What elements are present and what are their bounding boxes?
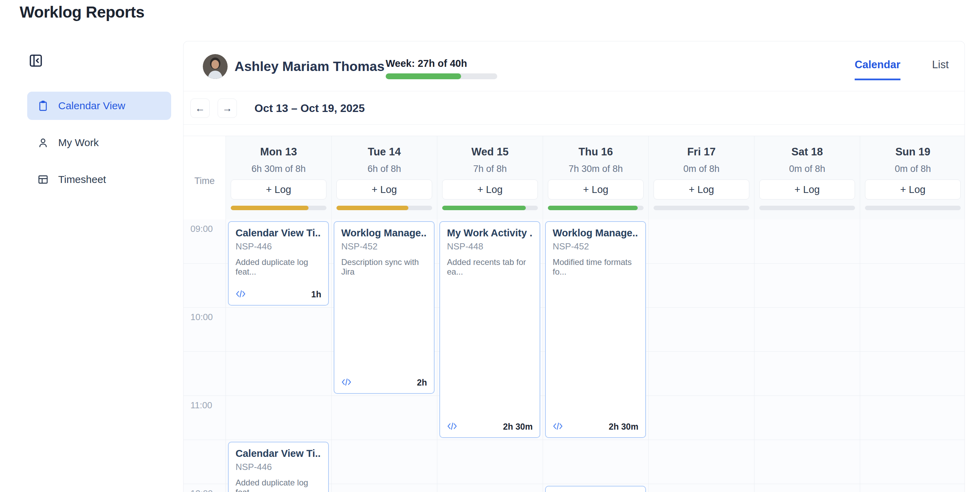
worklog-title: Calendar View Ti... <box>235 228 321 239</box>
day-hours-summary: 6h 30m of 8h <box>226 164 331 174</box>
week-navigation: ← → Oct 13 – Oct 19, 2025 <box>183 91 964 125</box>
worklog-description: Description sync with Jira <box>341 257 427 277</box>
log-time-button[interactable]: + Log <box>442 180 538 199</box>
sidebar-item-label: Calendar View <box>58 100 125 111</box>
day-column-header-sun-19: Sun 19 0m of 8h + Log <box>860 136 965 220</box>
issue-key: NSP-448 <box>447 241 533 252</box>
worklog-card[interactable]: Calendar View Ti... NSP-446 Added duplic… <box>228 221 329 306</box>
grid-cell <box>860 440 965 484</box>
grid-cell <box>649 308 754 352</box>
day-column-sat-18 <box>754 220 860 492</box>
worklog-card[interactable]: Worklog Manage... NSP-452 Description sy… <box>334 221 434 394</box>
log-time-button[interactable]: + Log <box>654 180 749 199</box>
grid-cell <box>860 484 965 492</box>
grid-cell <box>860 264 965 308</box>
grid-cell <box>649 220 754 264</box>
report-header: Ashley Mariam Thomas Week: 27h of 40h Ca… <box>183 41 964 91</box>
day-hours-summary: 0m of 8h <box>754 164 860 174</box>
worklog-description: Added duplicate log feat... <box>235 478 321 492</box>
grid-cell <box>543 440 648 484</box>
sidebar-item-timesheet[interactable]: Timesheet <box>27 166 171 194</box>
issue-key: NSP-452 <box>553 241 638 252</box>
code-icon <box>341 378 352 388</box>
grid-cell <box>754 484 860 492</box>
day-hours-summary: 0m of 8h <box>860 164 965 174</box>
log-time-button[interactable]: + Log <box>548 180 644 199</box>
avatar <box>203 54 228 79</box>
arrow-left-icon: ← <box>195 103 205 114</box>
worklog-title: My Work Activity ... <box>447 228 533 239</box>
time-cell: 10:00 <box>183 308 226 352</box>
day-progress-bar <box>865 206 961 210</box>
user-icon <box>38 137 49 148</box>
day-progress-bar <box>548 206 644 210</box>
worklog-duration: 2h <box>417 377 427 388</box>
worklog-card[interactable]: Worklog Manage... NSP-452 Modified time … <box>545 221 646 438</box>
worklog-card[interactable]: Calendar View Ti... NSP-446 Added duplic… <box>228 442 329 492</box>
grid-cell <box>860 308 965 352</box>
calendar-view: Time Mon 13 6h 30m of 8h + Log Tue 14 6h… <box>183 125 964 492</box>
log-time-button[interactable]: + Log <box>336 180 432 199</box>
time-slot-label: 11:00 <box>183 396 226 411</box>
week-progress-label: Week: 27h of 40h <box>386 58 467 69</box>
worklog-duration: 1h <box>311 290 321 299</box>
previous-week-button[interactable]: ← <box>191 99 210 118</box>
panel-collapse-icon <box>29 64 43 69</box>
grid-cell <box>438 484 542 492</box>
log-time-button[interactable]: + Log <box>231 180 326 199</box>
view-tabs: Calendar List <box>855 59 949 80</box>
week-progress-bar <box>386 73 497 79</box>
sidebar-collapse-button[interactable] <box>27 53 44 69</box>
issue-key: NSP-452 <box>341 241 427 252</box>
next-week-button[interactable]: → <box>218 99 237 118</box>
worklog-duration: 2h 30m <box>503 422 533 432</box>
log-time-button[interactable]: + Log <box>865 180 961 199</box>
date-range: Oct 13 – Oct 19, 2025 <box>255 102 365 115</box>
grid-cell <box>754 396 860 440</box>
grid-cell <box>332 484 437 492</box>
time-slot-label: 12:00 <box>183 484 226 492</box>
time-cell: 12:00 <box>183 484 226 492</box>
day-column-header-mon-13: Mon 13 6h 30m of 8h + Log <box>226 136 331 220</box>
worklog-title: Worklog Manage... <box>553 228 638 239</box>
main-panel: Ashley Mariam Thomas Week: 27h of 40h Ca… <box>183 41 965 492</box>
grid-cell <box>649 352 754 396</box>
grid-cell <box>754 264 860 308</box>
tab-calendar[interactable]: Calendar <box>855 59 900 80</box>
grid-cell <box>754 220 860 264</box>
time-column-header: Time <box>183 136 226 220</box>
day-name: Fri 17 <box>649 146 754 158</box>
grid-cell <box>754 352 860 396</box>
grid-cell <box>754 308 860 352</box>
day-hours-summary: 0m of 8h <box>649 164 754 174</box>
grid-cell <box>649 396 754 440</box>
time-cell <box>183 264 226 308</box>
code-icon <box>553 422 563 432</box>
tab-list[interactable]: List <box>932 59 949 80</box>
sidebar: Calendar View My Work Timesheet <box>27 92 171 202</box>
worklog-card[interactable]: My Work Activity ... NSP-448 Added recen… <box>439 221 540 438</box>
day-progress-bar <box>654 206 749 210</box>
grid-cell <box>860 352 965 396</box>
worklog-card[interactable] <box>545 486 646 492</box>
grid-cell <box>332 440 437 484</box>
day-name: Tue 14 <box>332 146 437 158</box>
code-icon <box>447 422 457 432</box>
worklog-description: Added recents tab for ea... <box>447 257 533 277</box>
sidebar-item-my-work[interactable]: My Work <box>27 129 171 157</box>
calendar-grid: 09:0010:0011:0012:00 Calendar View Ti...… <box>183 220 964 492</box>
log-time-button[interactable]: + Log <box>759 180 855 199</box>
day-column-header-tue-14: Tue 14 6h of 8h + Log <box>331 136 437 220</box>
grid-cell <box>226 308 331 352</box>
day-column-sun-19 <box>860 220 965 492</box>
grid-cell <box>860 396 965 440</box>
page-title: Worklog Reports <box>20 3 144 21</box>
issue-key: NSP-446 <box>235 241 321 252</box>
sidebar-item-calendar-view[interactable]: Calendar View <box>27 92 171 120</box>
grid-cell <box>754 440 860 484</box>
time-gutter: 09:0010:0011:0012:00 <box>183 220 226 492</box>
arrow-right-icon: → <box>223 103 232 114</box>
day-progress-bar <box>442 206 538 210</box>
grid-cell <box>649 440 754 484</box>
grid-cell <box>649 264 754 308</box>
